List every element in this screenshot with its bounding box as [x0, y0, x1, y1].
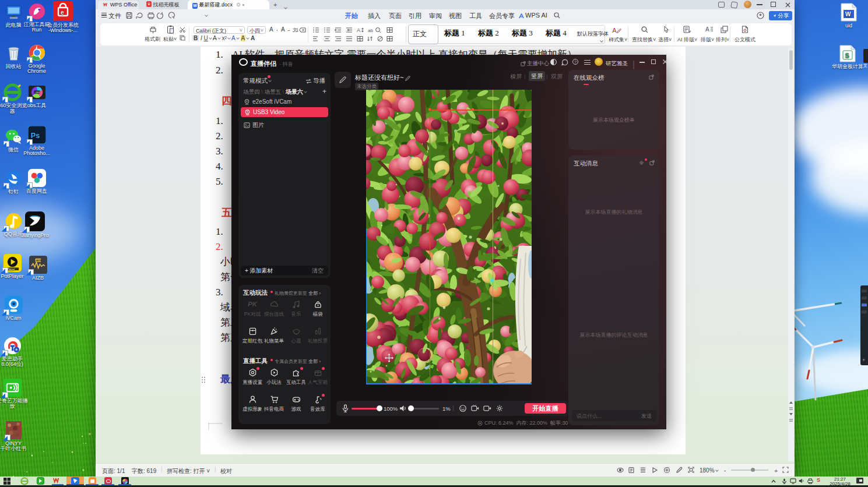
svg-text:S: S	[845, 52, 849, 59]
svg-text:文: 文	[293, 27, 299, 33]
svg-text:OBS: OBS	[34, 91, 40, 94]
svg-text:e: e	[61, 9, 64, 16]
svg-text:W: W	[845, 11, 851, 17]
svg-text:A: A	[357, 27, 360, 33]
svg-text:A: A	[705, 26, 709, 33]
svg-text:ab: ab	[368, 28, 373, 33]
svg-text:AIZB: AIZB	[36, 259, 42, 262]
